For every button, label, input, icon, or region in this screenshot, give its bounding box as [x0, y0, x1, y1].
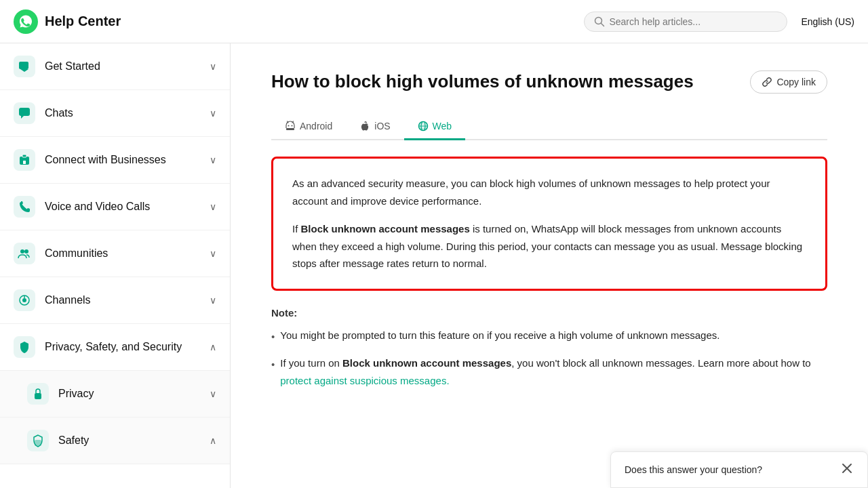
calls-icon [14, 196, 35, 218]
sidebar-item-communities-label: Communities [45, 247, 108, 260]
privacy-safety-security-icon [14, 336, 35, 358]
tab-web[interactable]: Web [404, 114, 466, 140]
header-title: Help Center [45, 14, 121, 29]
suspicious-messages-link[interactable]: protect against suspicious messages. [280, 375, 449, 386]
language-selector[interactable]: English (US) [801, 16, 854, 27]
android-icon [285, 121, 296, 131]
svg-point-18 [292, 125, 293, 127]
sidebar-item-privacy-label: Privacy [58, 388, 94, 400]
svg-point-11 [24, 249, 28, 253]
search-input[interactable] [609, 16, 777, 27]
sidebar: Get Started Chats Connect with Businesse… [0, 43, 231, 488]
sidebar-item-channels[interactable]: Channels [0, 277, 230, 324]
tab-ios[interactable]: iOS [346, 114, 403, 140]
sidebar-item-calls[interactable]: Voice and Video Calls [0, 184, 230, 230]
get-started-icon [14, 56, 35, 77]
communities-icon [14, 243, 35, 264]
main-content: How to block high volumes of unknown mes… [231, 43, 868, 488]
search-icon [594, 16, 605, 27]
svg-rect-16 [35, 440, 41, 446]
sidebar-item-safety[interactable]: Safety [0, 418, 230, 464]
sidebar-item-businesses-label: Connect with Businesses [45, 154, 166, 166]
header: Help Center English (US) [0, 0, 868, 43]
svg-point-17 [288, 125, 290, 127]
feedback-close-button[interactable] [840, 462, 854, 478]
highlight-content-box: As an advanced security measure, you can… [271, 157, 827, 291]
chats-chevron-icon [210, 108, 216, 119]
svg-rect-8 [22, 155, 26, 157]
highlight-paragraph-2: If Block unknown account messages is tur… [292, 220, 806, 272]
bold-phrase: Block unknown account messages [301, 223, 470, 235]
close-icon [842, 463, 852, 474]
apple-icon [359, 121, 370, 131]
communities-chevron-icon [210, 248, 216, 259]
bullet-item-2: If you turn on Block unknown account mes… [271, 354, 827, 389]
svg-rect-21 [286, 128, 294, 130]
privacy-chevron-icon [210, 388, 216, 399]
privacy-icon [27, 383, 49, 405]
svg-marker-6 [21, 116, 24, 119]
get-started-chevron-icon [210, 61, 216, 72]
note-label: Note: [271, 307, 827, 319]
sidebar-item-privacy-safety-security-label: Privacy, Safety, and Security [45, 341, 182, 353]
feedback-question: Does this answer your question? [625, 464, 762, 475]
sidebar-item-privacy[interactable]: Privacy [0, 371, 230, 418]
privacy-safety-security-chevron-icon [210, 342, 216, 352]
globe-icon [418, 121, 429, 131]
feedback-bar: Does this answer your question? [610, 451, 868, 488]
svg-point-10 [20, 249, 24, 253]
bullet-text-1: You might be prompted to turn this featu… [280, 327, 719, 344]
bullet-item-1: You might be prompted to turn this featu… [271, 327, 827, 346]
copy-link-label: Copy link [776, 77, 816, 87]
article-title: How to block high volumes of unknown mes… [271, 70, 694, 94]
businesses-chevron-icon [210, 155, 216, 165]
sidebar-item-safety-label: Safety [58, 434, 89, 447]
safety-icon [27, 430, 49, 451]
sidebar-item-chats[interactable]: Chats [0, 90, 230, 137]
tab-android-label: Android [300, 121, 332, 131]
note-section: Note: You might be prompted to turn this… [271, 307, 827, 390]
svg-line-2 [601, 23, 604, 26]
search-bar[interactable] [584, 12, 787, 32]
svg-point-13 [22, 298, 26, 302]
tab-ios-label: iOS [374, 121, 390, 131]
bullet-text-2: If you turn on Block unknown account mes… [280, 354, 827, 389]
copy-link-button[interactable]: Copy link [750, 70, 827, 94]
channels-chevron-icon [210, 295, 216, 306]
article-header: How to block high volumes of unknown mes… [271, 70, 827, 94]
sidebar-item-chats-label: Chats [45, 107, 73, 119]
sidebar-item-communities[interactable]: Communities [0, 230, 230, 277]
sidebar-item-get-started[interactable]: Get Started [0, 43, 230, 90]
logo-area: Help Center [14, 9, 584, 34]
calls-chevron-icon [210, 201, 216, 212]
safety-chevron-icon [210, 435, 216, 446]
sidebar-item-privacy-safety-security[interactable]: Privacy, Safety, and Security [0, 324, 230, 371]
note-bullet-list: You might be prompted to turn this featu… [271, 327, 827, 390]
svg-rect-5 [19, 108, 30, 116]
svg-rect-3 [19, 62, 28, 69]
highlight-paragraph-1: As an advanced security measure, you can… [292, 175, 806, 209]
chats-icon [14, 102, 35, 124]
sidebar-item-businesses[interactable]: Connect with Businesses [0, 137, 230, 184]
sidebar-item-get-started-label: Get Started [45, 60, 100, 73]
whatsapp-logo-icon [14, 9, 38, 34]
bold-phrase-2: Block unknown account messages [342, 357, 511, 369]
svg-rect-9 [23, 161, 26, 164]
svg-rect-15 [35, 393, 41, 399]
sidebar-item-channels-label: Channels [45, 294, 91, 306]
platform-tabs: Android iOS Web [271, 114, 827, 140]
page-layout: Get Started Chats Connect with Businesse… [0, 43, 868, 488]
tab-web-label: Web [433, 121, 452, 131]
tab-android[interactable]: Android [271, 114, 346, 140]
link-icon [762, 77, 772, 87]
channels-icon [14, 289, 35, 311]
svg-marker-4 [20, 69, 28, 72]
businesses-icon [14, 149, 35, 171]
sidebar-item-calls-label: Voice and Video Calls [45, 201, 150, 213]
